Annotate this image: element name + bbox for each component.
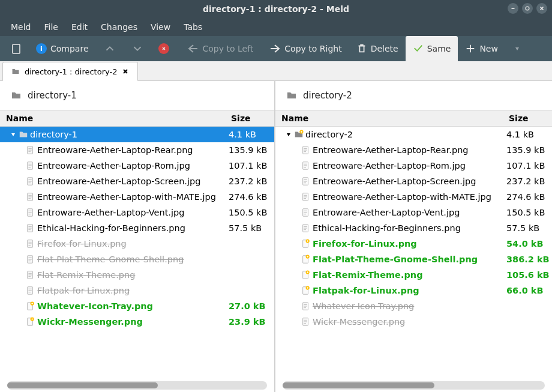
- folder-icon: [294, 130, 304, 139]
- menu-changes[interactable]: Changes: [95, 19, 143, 35]
- horizontal-scrollbar[interactable]: [7, 381, 267, 390]
- menu-meld[interactable]: Meld: [5, 19, 37, 35]
- stop-button[interactable]: [151, 36, 176, 61]
- tab[interactable]: directory-1 : directory-2: [2, 62, 138, 81]
- file-size: 135.9 kB: [506, 145, 552, 155]
- folder-size: 4.1 kB: [506, 130, 552, 139]
- grid-header[interactable]: NameSize: [275, 110, 552, 127]
- file-name: Entreoware-Aether-Laptop-Screen.jpg: [313, 176, 476, 186]
- file-row[interactable]: Entreoware-Aether-Laptop-Screen.jpg237.2…: [275, 173, 552, 189]
- col-size[interactable]: Size: [229, 113, 274, 123]
- file-name: Firefox-for-Linux.png: [313, 239, 417, 249]
- folder-row[interactable]: directory-24.1 kB: [275, 127, 552, 142]
- file-row[interactable]: Wickr-Messenger.png: [275, 314, 552, 330]
- file-row[interactable]: Entreoware-Aether-Laptop-Screen.jpg237.2…: [0, 173, 274, 189]
- file-icon: [301, 317, 311, 327]
- pane-dirname: directory-2: [303, 90, 352, 101]
- next-change-button[interactable]: [124, 36, 151, 61]
- menu-edit[interactable]: Edit: [65, 19, 94, 35]
- file-icon: [301, 301, 311, 311]
- close-button[interactable]: [536, 3, 547, 14]
- copy-to-right-button[interactable]: Copy to Right: [260, 36, 349, 61]
- menubar: Meld File Edit Changes View Tabs: [0, 18, 552, 36]
- file-row[interactable]: Entreoware-Aether-Laptop-Rear.png135.9 k…: [0, 142, 274, 158]
- scrollbar-thumb[interactable]: [283, 382, 434, 388]
- window-controls: [508, 3, 547, 14]
- file-row[interactable]: Entreoware-Aether-Laptop-with-MATE.jpg27…: [0, 189, 274, 205]
- file-size: 57.5 kB: [506, 223, 552, 233]
- file-row[interactable]: Firefox-for-Linux.png54.0 kB: [275, 236, 552, 252]
- file-name: Flatpak-for-Linux.png: [313, 286, 419, 295]
- file-row[interactable]: Wickr-Messenger.png23.9 kB: [0, 314, 274, 330]
- pane-header[interactable]: directory-1: [0, 81, 274, 110]
- file-row[interactable]: Entreoware-Aether-Laptop-with-MATE.jpg27…: [275, 189, 552, 205]
- col-name[interactable]: Name: [0, 113, 229, 123]
- file-row[interactable]: Flatpak-for-Linux.png66.0 kB: [275, 283, 552, 298]
- menu-view[interactable]: View: [145, 19, 176, 35]
- scrollbar-thumb[interactable]: [7, 382, 158, 388]
- close-icon: [158, 43, 169, 54]
- menu-file[interactable]: File: [38, 19, 64, 35]
- menu-tabs[interactable]: Tabs: [178, 19, 208, 35]
- toolbar-overflow-button[interactable]: [505, 36, 529, 61]
- titlebar[interactable]: directory-1 : directory-2 - Meld: [0, 0, 552, 18]
- grid-body[interactable]: directory-24.1 kBEntreoware-Aether-Lapto…: [275, 127, 552, 381]
- file-name: Flat-Remix-Theme.png: [37, 270, 135, 280]
- file-row[interactable]: Firefox-for-Linux.png: [0, 236, 274, 252]
- pane-dirname: directory-1: [28, 90, 77, 101]
- new-comparison-button[interactable]: [4, 36, 29, 61]
- copy-to-left-button[interactable]: Copy to Left: [179, 36, 261, 61]
- compare-body: directory-1NameSizedirectory-14.1 kBEntr…: [0, 81, 552, 392]
- horizontal-scrollbar[interactable]: [283, 381, 545, 390]
- minimize-button[interactable]: [508, 3, 518, 14]
- file-icon: [301, 145, 311, 155]
- file-row[interactable]: Flat-Plat-Theme-Gnome-Shell.png386.2 kB: [275, 252, 552, 267]
- grid-header[interactable]: NameSize: [0, 110, 274, 127]
- plus-icon: [465, 43, 476, 54]
- prev-change-button[interactable]: [96, 36, 124, 61]
- file-icon: [301, 239, 311, 249]
- folder-icon: [19, 130, 28, 139]
- file-size: 54.0 kB: [506, 239, 552, 249]
- folder-icon: [11, 67, 20, 76]
- file-size: 107.1 kB: [229, 161, 274, 170]
- file-row[interactable]: Entreoware-Aether-Laptop-Rear.png135.9 k…: [275, 142, 552, 158]
- pane-header[interactable]: directory-2: [275, 81, 552, 110]
- compare-button[interactable]: i Compare: [29, 36, 96, 61]
- file-icon: [26, 317, 35, 327]
- folder-icon: [286, 90, 297, 101]
- file-name: Entreoware-Aether-Laptop-Rear.png: [313, 145, 469, 155]
- file-row[interactable]: Entroware-Aether-Laptop-Vent.jpg150.5 kB: [0, 205, 274, 220]
- file-row[interactable]: Ethical-Hacking-for-Beginners.png57.5 kB: [275, 220, 552, 236]
- copy-left-label: Copy to Left: [203, 44, 254, 53]
- file-row[interactable]: Entreoware-Aether-Laptop-Rom.jpg107.1 kB: [0, 158, 274, 173]
- file-name: Entreoware-Aether-Laptop-Screen.jpg: [37, 176, 200, 186]
- file-icon: [301, 286, 311, 295]
- file-row[interactable]: Flat-Remix-Theme.png105.6 kB: [275, 267, 552, 283]
- file-row[interactable]: Flat-Plat-Theme-Gnome-Shell.png: [0, 252, 274, 267]
- chevron-down-icon: [514, 45, 521, 52]
- pane-right: directory-2NameSizedirectory-24.1 kBEntr…: [275, 81, 552, 392]
- grid-body[interactable]: directory-14.1 kBEntreoware-Aether-Lapto…: [0, 127, 274, 381]
- same-button[interactable]: Same: [406, 36, 458, 61]
- file-row[interactable]: Whatever-Icon-Tray.png27.0 kB: [0, 298, 274, 314]
- file-row[interactable]: Flat-Remix-Theme.png: [0, 267, 274, 283]
- expander-icon[interactable]: [285, 131, 292, 138]
- file-row[interactable]: Entreoware-Aether-Laptop-Rom.jpg107.1 kB: [275, 158, 552, 173]
- file-row[interactable]: Flatpak-for-Linux.png: [0, 283, 274, 298]
- col-size[interactable]: Size: [506, 113, 552, 123]
- delete-button[interactable]: Delete: [349, 36, 406, 61]
- file-row[interactable]: Whatever-Icon-Tray.png: [275, 298, 552, 314]
- file-row[interactable]: Ethical-Hacking-for-Beginners.png57.5 kB: [0, 220, 274, 236]
- folder-row[interactable]: directory-14.1 kB: [0, 127, 274, 142]
- file-name: Firefox-for-Linux.png: [37, 239, 127, 249]
- file-size: 150.5 kB: [506, 208, 552, 217]
- new-button[interactable]: New: [458, 36, 505, 61]
- expander-icon[interactable]: [10, 131, 17, 138]
- tab-close-icon[interactable]: [122, 68, 129, 75]
- col-name[interactable]: Name: [275, 113, 506, 123]
- file-icon: [26, 270, 35, 280]
- maximize-button[interactable]: [522, 3, 533, 14]
- file-icon: [26, 239, 35, 249]
- file-row[interactable]: Entroware-Aether-Laptop-Vent.jpg150.5 kB: [275, 205, 552, 220]
